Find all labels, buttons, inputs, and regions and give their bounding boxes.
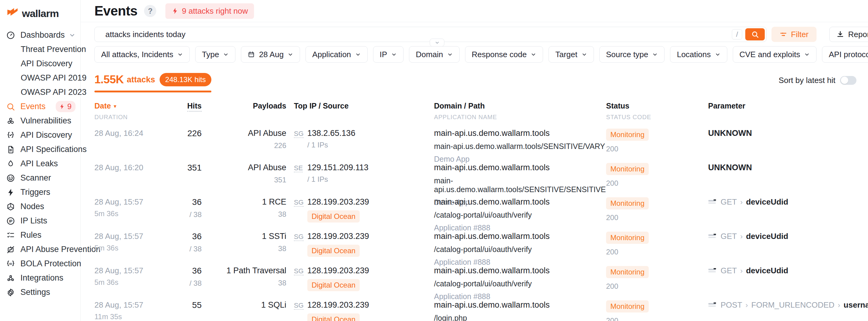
filter-chip-28-aug[interactable]: 28 Aug <box>241 46 300 63</box>
report-button[interactable]: Report <box>829 27 868 42</box>
cell-payloads[interactable]: API Abuse 226 <box>202 129 286 150</box>
status-badge[interactable]: Monitoring <box>606 300 649 313</box>
status-code: 200 <box>606 145 708 153</box>
cell-source[interactable]: SG 128.199.203.239 Digital Ocean <box>286 197 434 222</box>
filter-button[interactable]: Filter <box>771 27 816 42</box>
sidebar-item-label: Scanner <box>21 173 51 183</box>
cell-source[interactable]: SG 128.199.203.239 Digital Ocean <box>286 300 434 321</box>
cell-domain-path[interactable]: main-api.us.demo.wallarm.tools main-api.… <box>434 129 606 164</box>
sidebar-item-api-discovery[interactable]: API Discovery <box>0 57 81 71</box>
help-icon[interactable]: ? <box>144 5 156 17</box>
sidebar-item-ip-lists[interactable]: IPIP Lists <box>0 214 81 228</box>
cell-source[interactable]: SG 128.199.203.239 Digital Ocean <box>286 266 434 291</box>
cell-payloads[interactable]: 1 SSTi 38 <box>202 231 286 253</box>
table-row[interactable]: 28 Aug, 15:57 5m 36s 36 / 38 1 SSTi 38 S… <box>94 230 857 264</box>
cell-payloads[interactable]: 1 SQLi <box>202 300 286 310</box>
table-row[interactable]: 28 Aug, 15:57 5m 36s 36 / 38 1 Path Trav… <box>94 264 857 298</box>
table-row[interactable]: 28 Aug, 15:57 11m 35s 55 1 SQLi SG 128.1… <box>94 298 857 321</box>
sidebar-item-threat-prevention[interactable]: Threat Prevention <box>0 42 81 57</box>
filters-collapse-toggle[interactable] <box>430 39 444 46</box>
cell-payloads[interactable]: 1 Path Traversal 38 <box>202 266 286 287</box>
sidebar-item-api-leaks[interactable]: API Leaks <box>0 156 81 171</box>
toggle-knob <box>841 77 848 84</box>
attacks-now-badge[interactable]: 9 attacks right now <box>165 3 254 19</box>
source-provider-tag[interactable]: Digital Ocean <box>307 313 360 321</box>
filter-chip-cve-and-exploits[interactable]: CVE and exploits <box>733 46 816 63</box>
column-header-payloads[interactable]: Payloads <box>202 102 286 121</box>
ip-address[interactable]: 128.199.203.239 <box>307 197 434 207</box>
sidebar-item-events[interactable]: Events9 <box>0 99 81 114</box>
ip-icon: IP <box>6 216 15 225</box>
source-provider-tag[interactable]: Digital Ocean <box>307 245 360 257</box>
filter-chip-domain[interactable]: Domain <box>409 46 460 63</box>
sidebar-item-dashboards[interactable]: Dashboards <box>0 28 81 42</box>
filter-chip-ip[interactable]: IP <box>373 46 404 63</box>
filter-chip-response-code[interactable]: Response code <box>465 46 543 63</box>
sidebar-item-scanner[interactable]: Scanner <box>0 171 81 185</box>
sidebar-item-api-abuse-prevention[interactable]: API Abuse Prevention <box>0 242 81 256</box>
ip-address[interactable]: 128.199.203.239 <box>307 266 434 275</box>
sidebar-item-api-specifications[interactable]: API Specifications <box>0 142 81 156</box>
column-header-domain-path[interactable]: Domain / PathAPPLICATION NAME <box>434 102 606 121</box>
filter-chip-source-type[interactable]: Source type <box>599 46 665 63</box>
filter-chip-locations[interactable]: Locations <box>670 46 727 63</box>
search-input[interactable] <box>105 30 732 39</box>
cell-payloads[interactable]: 1 RCE 38 <box>202 197 286 219</box>
ip-address[interactable]: 138.2.65.136 <box>307 129 434 138</box>
chevron-down-icon <box>652 52 658 58</box>
filter-chip-type[interactable]: Type <box>195 46 236 63</box>
cell-source[interactable]: SE 129.151.209.113 / 1 IPs <box>286 163 434 184</box>
status-badge[interactable]: Monitoring <box>606 163 649 175</box>
chevron-down-icon <box>287 52 293 58</box>
cell-payloads[interactable]: API Abuse 351 <box>202 163 286 184</box>
cell-domain-path[interactable]: main-api.us.demo.wallarm.tools /login.ph… <box>434 300 606 321</box>
cell-domain-path[interactable]: main-api.us.demo.wallarm.tools /catalog-… <box>434 266 606 301</box>
sidebar-item-nodes[interactable]: Nodes <box>0 200 81 214</box>
source-provider-tag[interactable]: Digital Ocean <box>307 279 360 291</box>
status-badge[interactable]: Monitoring <box>606 197 649 209</box>
ip-address[interactable]: 128.199.203.239 <box>307 300 434 310</box>
ip-count: / 1 IPs <box>307 175 434 184</box>
sidebar-item-integrations[interactable]: Integrations <box>0 271 81 285</box>
filter-chip-application[interactable]: Application <box>306 46 367 63</box>
column-header-status[interactable]: StatusSTATUS CODE <box>606 102 708 121</box>
sidebar-item-settings[interactable]: Settings <box>0 285 81 299</box>
table-row[interactable]: 28 Aug, 15:57 5m 36s 36 / 38 1 RCE 38 SG… <box>94 195 857 230</box>
source-provider-tag[interactable]: Digital Ocean <box>307 210 360 222</box>
filter-chip-label: IP <box>380 50 388 59</box>
status-code: 200 <box>606 282 708 291</box>
wallarm-logo[interactable]: wallarm <box>0 0 81 20</box>
sidebar-item-bola-protection[interactable]: IDBOLA Protection <box>0 256 81 271</box>
sidebar-item-owasp-api-2019[interactable]: OWASP API 2019 <box>0 71 81 85</box>
table-row[interactable]: 28 Aug, 16:20 351 API Abuse 351 SE 129.1… <box>94 161 857 195</box>
attacks-tab[interactable]: 1.55K attacks 248.13K hits <box>94 73 211 87</box>
cell-status: Monitoring 200 <box>606 231 708 256</box>
filter-chip-target[interactable]: Target <box>549 46 594 63</box>
search-button[interactable] <box>745 28 765 40</box>
status-badge[interactable]: Monitoring <box>606 129 649 141</box>
column-header-date[interactable]: Date▼DURATION <box>94 102 180 121</box>
parameter-value: UNKNOWN <box>708 129 752 138</box>
sidebar-item-triggers[interactable]: Triggers <box>0 185 81 200</box>
ip-address[interactable]: 129.151.209.113 <box>307 163 434 172</box>
cell-hits: 351 <box>180 163 202 173</box>
column-header-parameter[interactable]: Parameter <box>708 102 857 121</box>
column-header-top-ip-source[interactable]: Top IP / Source <box>286 102 434 121</box>
cell-source[interactable]: SG 138.2.65.136 / 1 IPs <box>286 129 434 149</box>
sidebar-item-vulnerabilities[interactable]: Vulnerabilities <box>0 114 81 128</box>
sidebar-item-rules[interactable]: Rules <box>0 228 81 242</box>
sidebar-item-api-discovery[interactable]: API Discovery <box>0 128 81 142</box>
column-header-hits[interactable]: Hits <box>180 102 202 121</box>
ip-address[interactable]: 128.199.203.239 <box>307 231 434 241</box>
filter-chip-all-attacks-incidents[interactable]: All attacks, Incidents <box>94 46 190 63</box>
filter-chip-api-protocols[interactable]: API protocols <box>822 46 868 63</box>
cell-domain-path[interactable]: main-api.us.demo.wallarm.tools /catalog-… <box>434 197 606 232</box>
status-badge[interactable]: Monitoring <box>606 231 649 244</box>
sort-toggle[interactable] <box>840 76 857 85</box>
sidebar-item-owasp-api-2023[interactable]: OWASP API 2023 <box>0 85 81 99</box>
cell-source[interactable]: SG 128.199.203.239 Digital Ocean <box>286 231 434 257</box>
table-row[interactable]: 28 Aug, 16:24 226 API Abuse 226 SG 138.2… <box>94 127 857 161</box>
cell-domain-path[interactable]: main-api.us.demo.wallarm.tools /catalog-… <box>434 231 606 266</box>
status-badge[interactable]: Monitoring <box>606 266 649 278</box>
svg-text:IP: IP <box>9 219 12 223</box>
